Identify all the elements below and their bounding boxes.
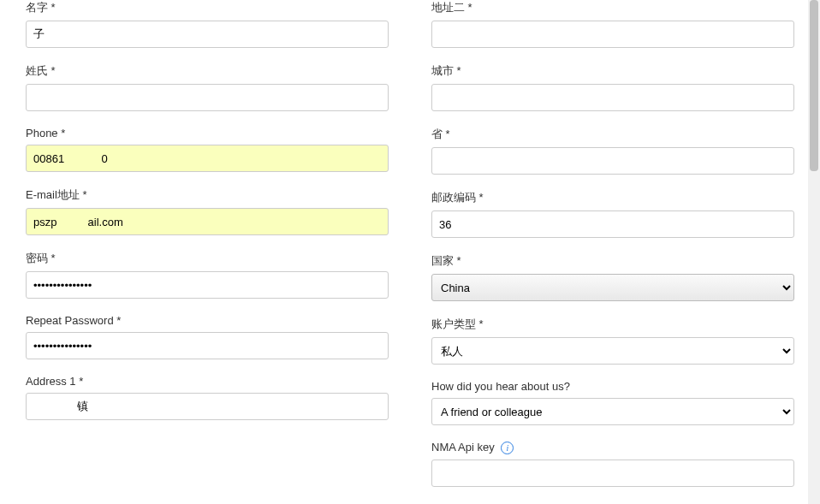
hear-about-select[interactable]: A friend or colleague (431, 398, 794, 425)
hear-about-label: How did you hear about us? (431, 380, 794, 393)
country-select[interactable]: China (431, 274, 794, 301)
address1-label: Address 1 * (26, 375, 389, 388)
email-label: E-mail地址 * (26, 187, 389, 203)
first-name-input[interactable] (26, 21, 389, 48)
country-field: 国家 * China (431, 253, 794, 301)
province-input[interactable] (431, 147, 794, 175)
phone-label: Phone * (26, 127, 389, 139)
postcode-input[interactable] (431, 210, 794, 238)
repeat-password-label: Repeat Password * (26, 314, 389, 327)
account-type-label: 账户类型 * (431, 317, 794, 332)
address1-field: Address 1 * (26, 375, 389, 420)
api-key-label-text: NMA Api key (431, 441, 495, 454)
hear-about-field: How did you hear about us? A friend or c… (431, 380, 794, 425)
api-key-label: NMA Api key i (431, 441, 794, 454)
postcode-field: 邮政编码 * (431, 190, 794, 238)
first-name-field: 名字 * (26, 0, 389, 48)
last-name-label: 姓氏 * (26, 63, 389, 79)
city-label: 城市 * (431, 63, 794, 79)
country-label: 国家 * (431, 253, 794, 269)
password-field: 密码 * (26, 251, 389, 299)
vertical-scrollbar[interactable] (808, 0, 820, 504)
api-key-field: NMA Api key i (431, 441, 794, 487)
account-type-field: 账户类型 * 私人 (431, 317, 794, 365)
address2-field: 地址二 * (431, 0, 794, 48)
address2-input[interactable] (431, 21, 794, 48)
address1-input[interactable] (26, 393, 389, 420)
email-field: E-mail地址 * (26, 187, 389, 235)
password-label: 密码 * (26, 251, 389, 266)
repeat-password-field: Repeat Password * (26, 314, 389, 359)
account-type-select[interactable]: 私人 (431, 337, 794, 365)
postcode-label: 邮政编码 * (431, 190, 794, 205)
city-field: 城市 * (431, 63, 794, 111)
last-name-input[interactable] (26, 84, 389, 111)
scrollbar-thumb[interactable] (810, 0, 818, 171)
info-icon[interactable]: i (501, 442, 514, 454)
api-key-input[interactable] (431, 460, 794, 487)
address2-label: 地址二 * (431, 0, 794, 15)
repeat-password-input[interactable] (26, 332, 389, 359)
last-name-field: 姓氏 * (26, 63, 389, 111)
province-label: 省 * (431, 127, 794, 142)
province-field: 省 * (431, 127, 794, 175)
email-input[interactable] (26, 208, 389, 235)
first-name-label: 名字 * (26, 0, 389, 15)
city-input[interactable] (431, 84, 794, 111)
phone-field: Phone * (26, 127, 389, 172)
password-input[interactable] (26, 271, 389, 299)
phone-input[interactable] (26, 145, 389, 172)
